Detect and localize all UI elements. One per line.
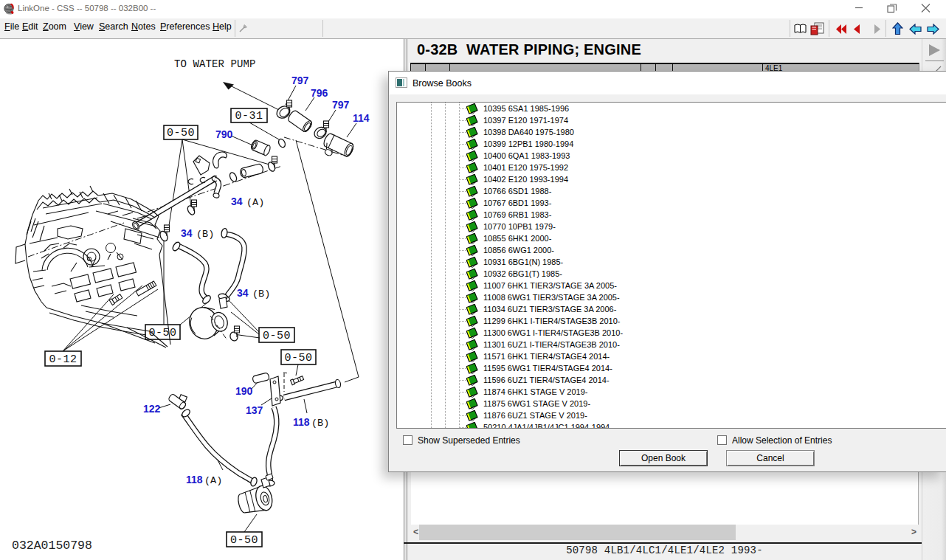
svg-text:(A): (A) bbox=[246, 197, 264, 208]
svg-text:790: 790 bbox=[215, 128, 233, 140]
svg-text:0-31: 0-31 bbox=[235, 110, 263, 122]
svg-text:(B): (B) bbox=[311, 418, 329, 429]
svg-text:(A): (A) bbox=[204, 475, 222, 486]
svg-text:0-50: 0-50 bbox=[284, 352, 312, 364]
svg-text:114: 114 bbox=[353, 112, 370, 124]
svg-text:TO WATER PUMP: TO WATER PUMP bbox=[174, 58, 256, 70]
svg-text:(B): (B) bbox=[252, 288, 270, 300]
svg-text:797: 797 bbox=[291, 75, 309, 86]
svg-text:122: 122 bbox=[143, 403, 161, 415]
svg-text:0-50: 0-50 bbox=[148, 327, 176, 339]
svg-text:0-50: 0-50 bbox=[230, 534, 258, 547]
svg-text:0-12: 0-12 bbox=[49, 353, 77, 366]
svg-text:0-50: 0-50 bbox=[167, 127, 195, 139]
svg-text:137: 137 bbox=[246, 404, 263, 416]
svg-text:118: 118 bbox=[293, 416, 310, 428]
svg-text:34: 34 bbox=[237, 287, 249, 299]
svg-text:190: 190 bbox=[235, 385, 253, 397]
svg-text:34: 34 bbox=[231, 196, 243, 207]
svg-text:797: 797 bbox=[332, 99, 350, 111]
svg-text:(B): (B) bbox=[196, 229, 214, 240]
svg-text:796: 796 bbox=[311, 87, 328, 99]
svg-text:0-50: 0-50 bbox=[263, 330, 291, 342]
svg-text:118: 118 bbox=[186, 474, 203, 485]
svg-text:032A0150798: 032A0150798 bbox=[12, 539, 92, 553]
svg-text:34: 34 bbox=[181, 227, 193, 239]
